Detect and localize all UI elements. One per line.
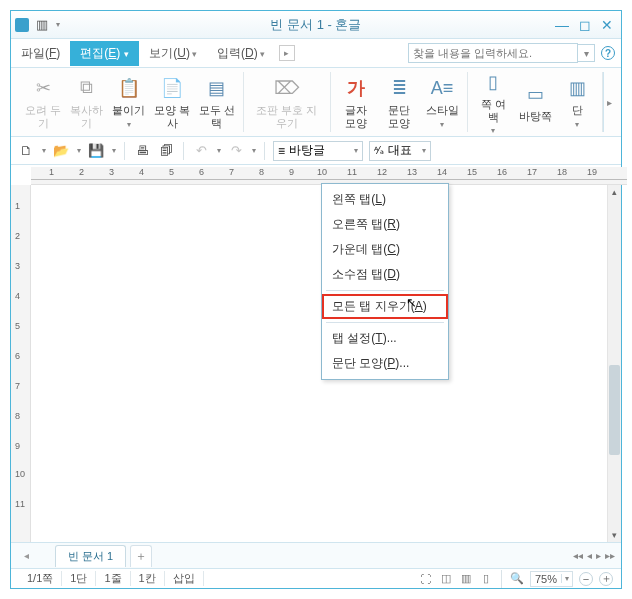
app-icon bbox=[15, 18, 29, 32]
search-options-button[interactable]: ▾ bbox=[577, 44, 595, 62]
vertical-ruler[interactable]: 123 456 789 1011 bbox=[11, 185, 31, 542]
status-line: 1줄 bbox=[96, 571, 130, 586]
landscape-button[interactable]: ▭바탕쪽 bbox=[518, 81, 552, 123]
minimize-button[interactable]: — bbox=[555, 17, 569, 33]
ctx-separator bbox=[326, 290, 444, 291]
titlebar: ▥ ▾ 빈 문서 1 - 혼글 — ◻ ✕ bbox=[11, 11, 621, 39]
clear-formatting-button[interactable]: ⌦조판 부호 지우기 bbox=[252, 75, 322, 129]
print-icon[interactable]: 🖶 bbox=[133, 142, 151, 160]
tab-nav-next[interactable]: ▸ bbox=[596, 550, 601, 561]
align-icon: ≡ bbox=[278, 144, 285, 158]
view-mode4-icon[interactable]: ▯ bbox=[479, 572, 493, 586]
statusbar: 1/1쪽 1단 1줄 1칸 삽입 ⛶ ◫ ▥ ▯ 🔍 75%▾ − ＋ bbox=[11, 568, 621, 588]
tab-add-button[interactable]: ＋ bbox=[130, 545, 152, 567]
page-margin-button[interactable]: ▯쪽 여백▾ bbox=[476, 69, 510, 135]
cut-button[interactable]: ✂오려 두기 bbox=[25, 75, 62, 129]
save-dropdown[interactable]: ▾ bbox=[111, 146, 116, 155]
copy-button[interactable]: ⧉복사하기 bbox=[70, 75, 104, 129]
menu-view[interactable]: 보기(U)▾ bbox=[139, 41, 207, 66]
ctx-para-shape[interactable]: 문단 모양(P)... bbox=[322, 351, 448, 376]
status-mode: 삽입 bbox=[165, 571, 204, 586]
document-tabs: ◂ 빈 문서 1 ＋ ◂◂ ◂ ▸ ▸▸ bbox=[11, 542, 621, 568]
ctx-center-tab[interactable]: 가운데 탭(C) bbox=[322, 237, 448, 262]
paste-button[interactable]: 📋붙이기▾ bbox=[112, 75, 146, 129]
scroll-up-icon[interactable]: ▴ bbox=[608, 185, 621, 199]
context-menu: 왼쪽 탭(L) 오른쪽 탭(R) 가운데 탭(C) 소수점 탭(D) 모든 탭 … bbox=[321, 183, 449, 380]
ribbon-expand-button[interactable]: ▸ bbox=[603, 72, 615, 132]
maximize-button[interactable]: ◻ bbox=[579, 17, 591, 33]
menubar: 파일(F) 편집(E) 보기(U)▾ 입력(D)▾ ▸ ▾ ? bbox=[11, 39, 621, 67]
undo-dropdown[interactable]: ▾ bbox=[216, 146, 221, 155]
view-mode2-icon[interactable]: ◫ bbox=[439, 572, 453, 586]
toolbar: 🗋▾ 📂▾ 💾▾ 🖶 🗐 ↶▾ ↷▾ ≡바탕글▾ ᴬ⁄ₐ대표▾ bbox=[11, 137, 621, 165]
para-shape-button[interactable]: ≣문단 모양 bbox=[382, 75, 417, 129]
quick-open-icon[interactable]: ▥ bbox=[33, 16, 51, 34]
document-area: 123 456 789 101112 131415 161718 19 123 … bbox=[11, 167, 621, 542]
tab-doc1[interactable]: 빈 문서 1 bbox=[55, 545, 126, 567]
ctx-tab-settings[interactable]: 탭 설정(T)... bbox=[322, 326, 448, 351]
preview-icon[interactable]: 🗐 bbox=[157, 142, 175, 160]
zoom-in-button[interactable]: ＋ bbox=[599, 572, 613, 586]
open-dropdown[interactable]: ▾ bbox=[76, 146, 81, 155]
undo-icon[interactable]: ↶ bbox=[192, 142, 210, 160]
vertical-scrollbar[interactable]: ▴ ▾ bbox=[607, 185, 621, 542]
status-page: 1/1쪽 bbox=[19, 571, 62, 586]
menu-edit[interactable]: 편집(E) bbox=[70, 41, 139, 66]
status-col: 1칸 bbox=[131, 571, 165, 586]
menu-expand-button[interactable]: ▸ bbox=[279, 45, 295, 61]
ribbon: ✂오려 두기 ⧉복사하기 📋붙이기▾ 📄모양 복사 ▤모두 선택 ⌦조판 부호 … bbox=[11, 67, 621, 137]
ctx-right-tab[interactable]: 오른쪽 탭(R) bbox=[322, 212, 448, 237]
tab-nav-first[interactable]: ◂◂ bbox=[573, 550, 583, 561]
ctx-clear-all-tabs[interactable]: 모든 탭 지우기(A) bbox=[322, 294, 448, 319]
app-window: ▥ ▾ 빈 문서 1 - 혼글 — ◻ ✕ 파일(F) 편집(E) 보기(U)▾… bbox=[10, 10, 622, 589]
view-mode3-icon[interactable]: ▥ bbox=[459, 572, 473, 586]
scroll-down-icon[interactable]: ▾ bbox=[608, 528, 621, 542]
preset-combo[interactable]: ᴬ⁄ₐ대표▾ bbox=[369, 141, 431, 161]
menu-file[interactable]: 파일(F) bbox=[11, 41, 70, 66]
style-button[interactable]: A≡스타일▾ bbox=[425, 75, 459, 129]
zoom-out-button[interactable]: − bbox=[579, 572, 593, 586]
ctx-separator bbox=[326, 322, 444, 323]
zoom-combo[interactable]: 75%▾ bbox=[530, 571, 573, 587]
open-icon[interactable]: 📂 bbox=[52, 142, 70, 160]
column-button[interactable]: ▥단▾ bbox=[560, 75, 594, 129]
char-shape-button[interactable]: 가글자 모양 bbox=[339, 75, 374, 129]
redo-icon[interactable]: ↷ bbox=[227, 142, 245, 160]
close-button[interactable]: ✕ bbox=[601, 17, 613, 33]
status-column: 1단 bbox=[62, 571, 96, 586]
new-doc-dropdown[interactable]: ▾ bbox=[41, 146, 46, 155]
search-input[interactable] bbox=[408, 43, 578, 63]
scrollbar-thumb[interactable] bbox=[609, 365, 620, 455]
view-mode1-icon[interactable]: ⛶ bbox=[419, 572, 433, 586]
save-icon[interactable]: 💾 bbox=[87, 142, 105, 160]
tab-nav-prev[interactable]: ◂ bbox=[587, 550, 592, 561]
tabs-left-icon[interactable]: ◂ bbox=[17, 547, 35, 565]
menu-input[interactable]: 입력(D)▾ bbox=[207, 41, 275, 66]
ctx-decimal-tab[interactable]: 소수점 탭(D) bbox=[322, 262, 448, 287]
style-combo[interactable]: ≡바탕글▾ bbox=[273, 141, 363, 161]
window-title: 빈 문서 1 - 혼글 bbox=[11, 16, 621, 34]
help-button[interactable]: ? bbox=[601, 46, 615, 60]
ctx-left-tab[interactable]: 왼쪽 탭(L) bbox=[322, 187, 448, 212]
zoom-icon[interactable]: 🔍 bbox=[510, 572, 524, 586]
quick-dropdown[interactable]: ▾ bbox=[55, 20, 60, 29]
new-doc-icon[interactable]: 🗋 bbox=[17, 142, 35, 160]
tab-nav-last[interactable]: ▸▸ bbox=[605, 550, 615, 561]
redo-dropdown[interactable]: ▾ bbox=[251, 146, 256, 155]
select-all-button[interactable]: ▤모두 선택 bbox=[198, 75, 235, 129]
shape-copy-button[interactable]: 📄모양 복사 bbox=[154, 75, 191, 129]
